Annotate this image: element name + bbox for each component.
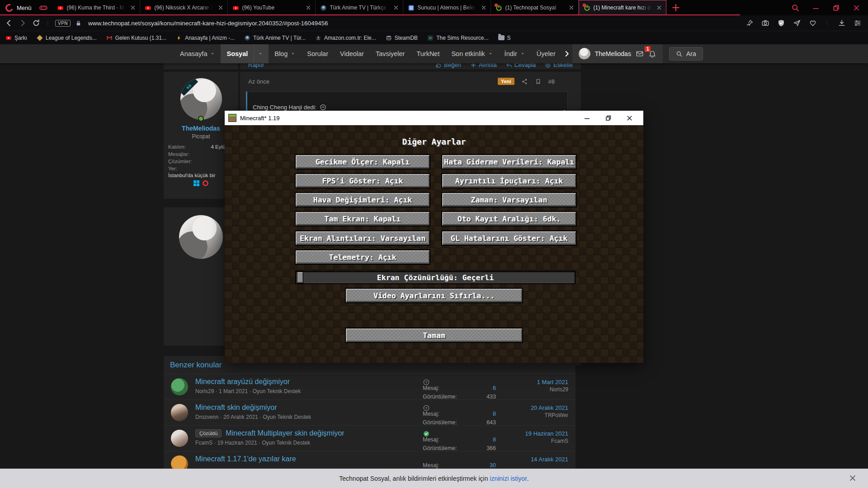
bookmark-anizm[interactable]: Anasayfa | Anizm -... xyxy=(176,35,235,41)
screen-resolution-slider[interactable]: Ekran Çözünürlüğü: Geçerli xyxy=(295,271,576,284)
bookmark-gmail[interactable]: Gelen Kutusu (1.31... xyxy=(106,35,166,41)
weather-changes-button[interactable]: Hava Değişimleri: Açık xyxy=(295,192,430,207)
tab-youtube[interactable]: (96) YouTube xyxy=(228,0,316,15)
debug-info-button[interactable]: Hata Giderme Verileri: Kapalı xyxy=(441,154,577,169)
nav-uyeler[interactable]: Üyeler xyxy=(531,44,561,63)
close-icon[interactable] xyxy=(305,5,311,11)
done-button[interactable]: Tamam xyxy=(345,328,523,343)
telemetry-button[interactable]: Telemetry: Açık xyxy=(295,249,430,265)
bookmark-turkanime[interactable]: Türk Anime TV | Tür... xyxy=(244,35,306,41)
url-text[interactable]: www.technopat.net/sosyal/konu/minecraft-… xyxy=(88,20,328,27)
screen-captures-button[interactable]: Ekran Alıntıları: Varsayılan xyxy=(295,230,430,246)
tab-aternos[interactable]: Sunucu | Aternos | Beleş Mi xyxy=(403,0,491,15)
close-icon[interactable] xyxy=(393,5,399,11)
tab-technopat[interactable]: (1) Technopat Sosyal xyxy=(491,0,579,15)
nav-anasayfa[interactable]: Anasayfa xyxy=(174,44,221,63)
back-icon[interactable] xyxy=(5,19,14,28)
avatar[interactable] xyxy=(579,48,590,60)
search-tabs-icon[interactable] xyxy=(791,4,800,12)
permission-link[interactable]: izninizi istiyor xyxy=(490,475,527,482)
close-icon[interactable] xyxy=(568,5,575,11)
tab-turkanime[interactable]: Türk Anime TV | Türkçe Alty xyxy=(316,0,403,15)
tab-minecraft-active[interactable]: (1) Minecraft kare hızı değiş xyxy=(579,0,666,15)
show-fps-button[interactable]: FPS'i Göster: Açık xyxy=(295,173,430,188)
nav-son-etkinlik[interactable]: Son etkinlik xyxy=(445,44,498,63)
bookmark-sarki[interactable]: Şarkı xyxy=(5,35,27,41)
avatar[interactable] xyxy=(171,404,188,421)
nav-sorular[interactable]: Sorular xyxy=(301,44,334,63)
topic-date[interactable]: 19 Haziran 2021 xyxy=(525,429,568,438)
bookmark-icon[interactable] xyxy=(535,78,542,85)
pin-icon[interactable] xyxy=(745,19,754,27)
refresh-icon[interactable] xyxy=(32,19,41,28)
nav-username[interactable]: TheMeliodas xyxy=(595,50,631,57)
tab-nikssick[interactable]: (96) Nikssick X Arcane X ma xyxy=(140,0,228,15)
snapshot-camera-icon[interactable] xyxy=(761,19,769,27)
bookmark-amazon[interactable]: Amazon.com.tr: Ele... xyxy=(315,35,376,41)
nav-sosyal[interactable]: Sosyal xyxy=(221,44,269,63)
new-tab-button[interactable] xyxy=(671,3,681,13)
topic-last-user[interactable]: Norls29 xyxy=(537,386,568,393)
extensions-sliders-icon[interactable] xyxy=(854,19,862,27)
topic-date[interactable]: 14 Aralık 2021 xyxy=(531,455,568,464)
topic-date[interactable]: 1 Mart 2021 xyxy=(537,378,568,386)
autosave-interval-button[interactable]: Oto Kayıt Aralığı: 6dk. xyxy=(441,211,577,226)
bookmark-tsr[interactable]: The Sims Resource... xyxy=(427,35,488,41)
close-icon[interactable] xyxy=(626,114,633,122)
topic-last-user[interactable]: TRPoWer xyxy=(531,412,568,418)
nav-turknet[interactable]: TurkNet xyxy=(410,44,445,63)
close-icon[interactable] xyxy=(481,5,487,11)
avatar[interactable] xyxy=(171,378,188,395)
maximize-icon[interactable] xyxy=(604,114,612,122)
close-icon[interactable] xyxy=(848,474,857,483)
bell-icon[interactable]: 1 xyxy=(648,50,656,58)
fullscreen-button[interactable]: Tam Ekran: Kapalı xyxy=(295,211,430,226)
minimize-button[interactable] xyxy=(811,4,820,12)
avatar[interactable]: KS xyxy=(180,78,222,120)
nav-videolar[interactable]: Videolar xyxy=(334,44,370,63)
topic-date[interactable]: 20 Aralık 2021 xyxy=(531,404,568,412)
close-icon[interactable] xyxy=(656,5,662,11)
restore-button[interactable] xyxy=(832,4,840,12)
similar-topic-row[interactable]: Minecraft arayüzü değişmiyor Norls29 · 1… xyxy=(164,374,576,400)
minimize-icon[interactable] xyxy=(583,114,591,122)
topic-link[interactable]: Minecraft Multiplayer skin değişmiyor xyxy=(226,429,344,437)
slider-handle[interactable] xyxy=(297,272,303,283)
nav-tavsiyeler[interactable]: Tavsiyeler xyxy=(370,44,410,63)
share-icon[interactable] xyxy=(521,78,528,85)
topic-last-user[interactable]: FcamS xyxy=(525,438,568,444)
nav-blog[interactable]: Blog xyxy=(269,44,301,63)
mail-icon[interactable] xyxy=(636,50,644,58)
tab-kuma[interactable]: (96) Kuma the Third - My C xyxy=(52,0,140,15)
nav-overflow-chevron-icon[interactable] xyxy=(563,50,571,57)
post-time[interactable]: Az önce xyxy=(248,78,269,85)
bookmark-folder-s[interactable]: S xyxy=(498,35,511,41)
topic-link[interactable]: Minecraft arayüzü değişmiyor xyxy=(195,378,290,386)
detailed-tooltips-button[interactable]: Ayrıntılı İpuçları: Açık xyxy=(441,173,577,188)
avatar[interactable] xyxy=(179,215,223,259)
lag-meter-button[interactable]: Gecikme Ölçer: Kapalı xyxy=(295,154,430,169)
vpn-badge[interactable]: VPN xyxy=(55,20,71,27)
minecraft-titlebar[interactable]: Minecraft* 1.19 xyxy=(225,111,643,125)
forward-icon[interactable] xyxy=(18,19,27,28)
topic-link[interactable]: Minecraft skin değişmiyor xyxy=(195,404,277,412)
close-icon[interactable] xyxy=(130,5,136,11)
show-gl-errors-button[interactable]: GL Hatalarını Göster: Açık xyxy=(441,230,577,246)
nav-indir[interactable]: İndir xyxy=(499,44,531,63)
time-button[interactable]: Zaman: Varsayılan xyxy=(441,192,577,207)
close-window-button[interactable] xyxy=(852,4,861,12)
post-number[interactable]: #8 xyxy=(548,78,555,85)
reset-video-settings-button[interactable]: Video Ayarlarını Sıfırla... xyxy=(345,288,523,303)
adblock-shield-icon[interactable] xyxy=(777,19,785,27)
bookmark-steamdb[interactable]: SteamDB xyxy=(386,35,418,41)
similar-topic-row[interactable]: Minecraft skin değişmiyor Drozvenn · 20 … xyxy=(164,400,576,426)
flow-send-icon[interactable] xyxy=(793,19,801,27)
expand-quote-icon[interactable] xyxy=(320,104,326,111)
search-button[interactable]: Ara xyxy=(669,47,703,61)
avatar[interactable] xyxy=(171,430,188,447)
downloads-icon[interactable] xyxy=(838,19,846,27)
topic-link[interactable]: Minecraft 1.17.1'de yazılar kare xyxy=(195,455,296,463)
bookmark-lol[interactable]: League of Legends... xyxy=(37,35,97,41)
bookmark-heart-icon[interactable] xyxy=(809,19,817,27)
gx-corner-icon[interactable] xyxy=(39,3,48,12)
